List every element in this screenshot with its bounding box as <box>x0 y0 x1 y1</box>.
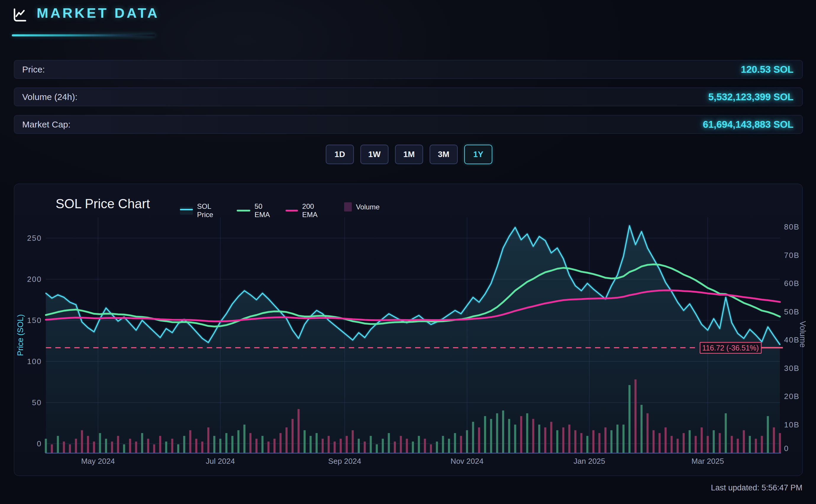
reference-annotation-label: 116.72 (-36.51%) <box>702 344 759 352</box>
svg-text:60B: 60B <box>784 279 799 288</box>
svg-text:Sep 2024: Sep 2024 <box>328 457 361 466</box>
svg-text:50: 50 <box>32 398 42 407</box>
svg-text:Nov 2024: Nov 2024 <box>451 457 483 466</box>
svg-text:20B: 20B <box>784 392 799 401</box>
price-axis-title: Price (SOL) <box>16 314 25 356</box>
volume-axis-title: Volume <box>798 321 807 348</box>
svg-text:0: 0 <box>784 444 789 453</box>
svg-text:Mar 2025: Mar 2025 <box>691 457 724 466</box>
svg-text:100: 100 <box>27 357 42 366</box>
svg-text:50B: 50B <box>784 307 799 316</box>
sol-price-chart[interactable]: 116.72 (-36.51%)050100150200250010B20B30… <box>0 0 816 504</box>
svg-text:80B: 80B <box>784 222 799 231</box>
price-area-fill <box>46 226 780 453</box>
svg-text:70B: 70B <box>784 251 799 260</box>
svg-text:10B: 10B <box>784 420 799 429</box>
svg-text:Jan 2025: Jan 2025 <box>574 457 605 466</box>
svg-text:30B: 30B <box>784 364 799 373</box>
svg-text:0: 0 <box>37 439 42 448</box>
last-updated: Last updated: 5:56:47 PM <box>711 483 802 492</box>
svg-text:200: 200 <box>27 275 42 284</box>
svg-text:150: 150 <box>27 316 42 325</box>
svg-text:May 2024: May 2024 <box>81 457 115 466</box>
market-data-page: MARKET DATA Price: 120.53 SOL Volume (24… <box>0 0 816 504</box>
svg-text:40B: 40B <box>784 335 799 344</box>
svg-text:Jul 2024: Jul 2024 <box>206 457 235 466</box>
svg-text:250: 250 <box>27 234 42 243</box>
